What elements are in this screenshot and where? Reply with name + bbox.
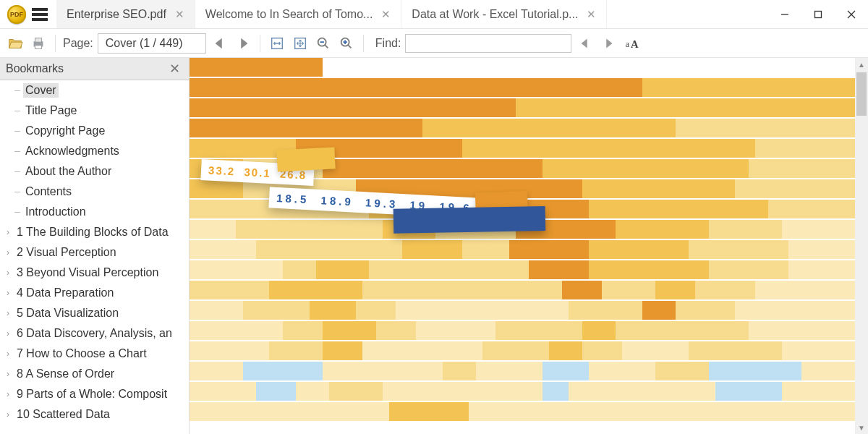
cover-bar-seg: [323, 159, 542, 178]
cover-bar-seg: [582, 321, 616, 340]
tab-close-button[interactable]: ✕: [378, 8, 393, 21]
bookmark-label: Copyright Page: [23, 124, 107, 138]
cover-bar-seg: [283, 321, 323, 340]
chevron-right-icon[interactable]: ›: [3, 389, 13, 399]
chevron-right-icon[interactable]: ›: [3, 247, 13, 258]
bookmark-item[interactable]: ›3 Beyond Visual Perception: [0, 263, 189, 283]
chevron-right-icon[interactable]: ›: [3, 349, 13, 359]
bookmark-item[interactable]: Copyright Page: [0, 121, 189, 141]
bookmark-item[interactable]: ›1 The Building Blocks of Data: [0, 222, 189, 242]
bookmark-label: Acknowledgments: [23, 144, 122, 158]
bookmark-label: 2 Visual Perception: [14, 245, 119, 260]
cover-bar-seg: [190, 301, 243, 320]
chevron-right-icon[interactable]: ›: [3, 288, 13, 298]
tab-close-button[interactable]: ✕: [172, 8, 187, 21]
bookmark-item[interactable]: ›7 How to Choose a Chart: [0, 344, 189, 364]
bookmark-item[interactable]: ›5 Data Visualization: [0, 303, 189, 323]
cover-bar-seg: [236, 220, 382, 239]
bookmark-item[interactable]: ›2 Visual Perception: [0, 242, 189, 263]
cover-bar-seg: [283, 260, 316, 279]
bookmark-label: Cover: [23, 83, 59, 98]
cover-bar-seg: [310, 301, 356, 320]
cover-bar-seg: [676, 119, 855, 137]
find-prev-button[interactable]: [576, 34, 595, 53]
bookmark-item[interactable]: Cover: [0, 80, 189, 101]
next-page-button[interactable]: [234, 34, 252, 53]
tab[interactable]: Enterprise SEO.pdf✕: [56, 0, 195, 28]
scroll-thumb[interactable]: [856, 72, 867, 116]
bookmark-item[interactable]: ›6 Data Discovery, Analysis, an: [0, 323, 189, 344]
cover-bar-seg: [569, 382, 715, 401]
fit-page-button[interactable]: [291, 34, 310, 53]
vertical-scrollbar[interactable]: ▲ ▼: [855, 58, 868, 434]
chevron-right-icon[interactable]: ›: [3, 409, 13, 420]
zoom-out-button[interactable]: [314, 34, 333, 53]
chevron-right-icon[interactable]: ›: [3, 268, 13, 278]
bookmark-label: 1 The Building Blocks of Data: [14, 225, 171, 239]
cover-bar-row: [190, 240, 855, 259]
zoom-in-button[interactable]: [337, 34, 356, 53]
bookmark-item[interactable]: Title Page: [0, 101, 189, 121]
document-viewport[interactable]: 33.2 30.1 26.8 18.5 18.9 19.3 19 19.6 ▲ …: [190, 58, 868, 434]
bookmark-item[interactable]: Contents: [0, 182, 189, 202]
cover-bar-row: [190, 78, 855, 97]
cover-bar-seg: [296, 382, 329, 401]
chevron-right-icon[interactable]: ›: [3, 369, 13, 379]
prev-page-button[interactable]: [210, 34, 229, 53]
toolbar: Page: Cover (1 / 449) Find: aA: [0, 29, 868, 58]
cover-bar-seg: [642, 78, 855, 97]
bookmark-item[interactable]: About the Author: [0, 161, 189, 182]
open-file-button[interactable]: [6, 34, 25, 53]
cover-bar-seg: [462, 139, 755, 158]
bookmark-item[interactable]: ›4 Data Preparation: [0, 283, 189, 303]
window-close-button[interactable]: [835, 2, 868, 27]
bookmark-label: Title Page: [23, 103, 79, 118]
find-input[interactable]: [405, 34, 571, 53]
bookmark-item[interactable]: ›8 A Sense of Order: [0, 364, 189, 384]
bookmark-item[interactable]: ›9 Parts of a Whole: Composit: [0, 384, 189, 404]
cover-bar-row: [190, 119, 855, 137]
cover-bar-seg: [462, 240, 509, 259]
bookmark-label: 6 Data Discovery, Analysis, an: [14, 326, 174, 341]
cover-bar-seg: [735, 301, 855, 320]
cover-bar-seg: [642, 301, 676, 320]
cover-bar-seg: [655, 281, 695, 299]
cover-bar-seg: [190, 281, 269, 299]
cover-bar-seg: [190, 98, 516, 117]
cover-bar-seg: [369, 260, 529, 279]
print-button[interactable]: [29, 34, 48, 53]
bookmark-item[interactable]: ›10 Scattered Data: [0, 404, 189, 425]
bookmark-label: 4 Data Preparation: [14, 286, 116, 300]
tab-close-button[interactable]: ✕: [584, 8, 599, 21]
tab[interactable]: Welcome to In Search of Tomo...✕: [195, 0, 402, 28]
cover-bar-seg: [396, 301, 569, 320]
cover-bar-seg: [715, 382, 782, 401]
scroll-down-button[interactable]: ▼: [855, 421, 868, 434]
fit-width-button[interactable]: [268, 34, 286, 53]
cover-bar-row: [190, 341, 855, 360]
chevron-right-icon[interactable]: ›: [3, 328, 13, 339]
cover-bar-seg: [190, 362, 243, 380]
bookmark-label: 10 Scattered Data: [14, 407, 112, 422]
cover-bar-seg: [709, 220, 782, 239]
cover-bar-seg: [689, 341, 782, 360]
scroll-up-button[interactable]: ▲: [855, 58, 868, 71]
match-case-button[interactable]: aA: [622, 34, 641, 53]
maximize-button[interactable]: [801, 2, 835, 27]
bookmark-label: 9 Parts of a Whole: Composit: [14, 387, 169, 401]
cover-bar-seg: [582, 179, 736, 198]
tab-label: Data at Work - Excel Tutorial.p...: [412, 8, 578, 21]
bookmarks-header: Bookmarks ✕: [0, 58, 189, 80]
minimize-button[interactable]: [768, 2, 801, 27]
bookmark-item[interactable]: Acknowledgments: [0, 141, 189, 161]
find-next-button[interactable]: [599, 34, 618, 53]
chevron-right-icon[interactable]: ›: [3, 227, 13, 237]
page-number-input[interactable]: Cover (1 / 449): [98, 33, 206, 54]
cover-bar-seg: [190, 260, 283, 279]
chevron-right-icon[interactable]: ›: [3, 308, 13, 318]
menu-button[interactable]: [32, 8, 48, 21]
tab[interactable]: Data at Work - Excel Tutorial.p...✕: [401, 0, 607, 28]
bookmark-item[interactable]: Introduction: [0, 202, 189, 222]
bookmarks-close-button[interactable]: ✕: [166, 61, 183, 77]
cover-bar-seg: [190, 78, 642, 97]
